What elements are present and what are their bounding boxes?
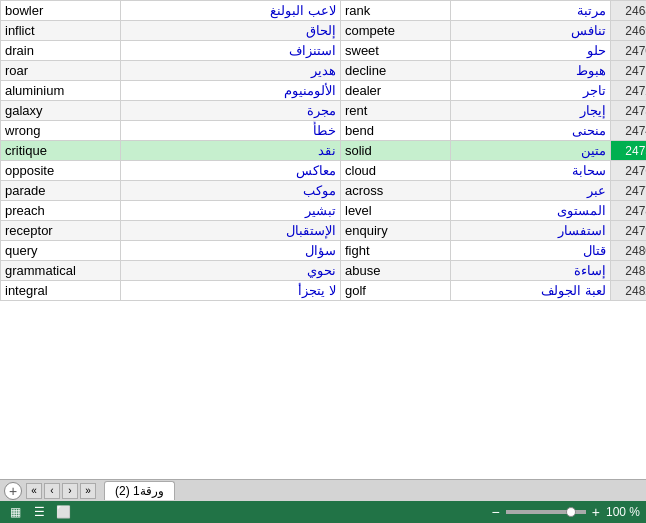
arabic-translation-2[interactable]: هبوط: [451, 61, 611, 81]
table-icon[interactable]: ☰: [30, 503, 48, 521]
english-word-2[interactable]: fight: [341, 241, 451, 261]
zoom-out-button[interactable]: −: [490, 504, 502, 520]
row-number: 2473: [611, 101, 647, 121]
add-sheet-button[interactable]: +: [4, 482, 22, 500]
zoom-slider-thumb[interactable]: [566, 507, 576, 517]
arabic-translation-2[interactable]: استفسار: [451, 221, 611, 241]
nav-left-arrow[interactable]: ‹: [44, 483, 60, 499]
english-word-2[interactable]: dealer: [341, 81, 451, 101]
table-row: oppositeمعاكسcloudسحابة2476: [1, 161, 647, 181]
arabic-translation[interactable]: هدير: [121, 61, 341, 81]
arabic-translation[interactable]: لاعب البولنغ: [121, 1, 341, 21]
table-row: galaxyمجرةrentإيجار2473: [1, 101, 647, 121]
english-word-2[interactable]: across: [341, 181, 451, 201]
arabic-translation[interactable]: تبشير: [121, 201, 341, 221]
english-word-2[interactable]: enquiry: [341, 221, 451, 241]
nav-left-left-arrow[interactable]: «: [26, 483, 42, 499]
english-word-2[interactable]: compete: [341, 21, 451, 41]
table-row: grammaticalنحويabuseإساءة2481: [1, 261, 647, 281]
arabic-translation[interactable]: سؤال: [121, 241, 341, 261]
table-row: bowlerلاعب البولنغrankمرتبة2468: [1, 1, 647, 21]
arabic-translation[interactable]: نحوي: [121, 261, 341, 281]
zoom-in-button[interactable]: +: [590, 504, 602, 520]
english-word-2[interactable]: sweet: [341, 41, 451, 61]
english-word-2[interactable]: cloud: [341, 161, 451, 181]
english-word-2[interactable]: bend: [341, 121, 451, 141]
english-word-2[interactable]: abuse: [341, 261, 451, 281]
nav-right-right-arrow[interactable]: »: [80, 483, 96, 499]
grid-icon[interactable]: ▦: [6, 503, 24, 521]
english-word-2[interactable]: golf: [341, 281, 451, 301]
row-number: 2481: [611, 261, 647, 281]
english-word-2[interactable]: level: [341, 201, 451, 221]
zoom-slider[interactable]: [506, 510, 586, 514]
arabic-translation[interactable]: موكب: [121, 181, 341, 201]
english-word[interactable]: integral: [1, 281, 121, 301]
table-row: paradeموكبacrossعبر2477: [1, 181, 647, 201]
row-number: 2478: [611, 201, 647, 221]
english-word[interactable]: receptor: [1, 221, 121, 241]
row-number: 2475: [611, 141, 647, 161]
sheet-nav-arrows: « ‹ › »: [26, 483, 96, 499]
row-number: 2477: [611, 181, 647, 201]
nav-right-arrow[interactable]: ›: [62, 483, 78, 499]
row-number: 2472: [611, 81, 647, 101]
arabic-translation-2[interactable]: قتال: [451, 241, 611, 261]
arabic-translation-2[interactable]: تنافس: [451, 21, 611, 41]
arabic-translation-2[interactable]: المستوى: [451, 201, 611, 221]
sheet-tab-bar: + « ‹ › » ورقة1 (2): [0, 479, 646, 501]
english-word[interactable]: aluminium: [1, 81, 121, 101]
table-row: roarهديرdeclineهبوط2471: [1, 61, 647, 81]
arabic-translation-2[interactable]: لعبة الجولف: [451, 281, 611, 301]
sheet-tab[interactable]: ورقة1 (2): [104, 481, 175, 500]
arabic-translation[interactable]: لا يتجزأ: [121, 281, 341, 301]
row-number: 2474: [611, 121, 647, 141]
english-word[interactable]: galaxy: [1, 101, 121, 121]
arabic-translation-2[interactable]: تاجر: [451, 81, 611, 101]
arabic-translation[interactable]: الإستقبال: [121, 221, 341, 241]
english-word-2[interactable]: rank: [341, 1, 451, 21]
arabic-translation-2[interactable]: حلو: [451, 41, 611, 61]
arabic-translation-2[interactable]: منحنى: [451, 121, 611, 141]
english-word[interactable]: preach: [1, 201, 121, 221]
table-row: receptorالإستقبالenquiryاستفسار2479: [1, 221, 647, 241]
english-word[interactable]: parade: [1, 181, 121, 201]
arabic-translation-2[interactable]: مرتبة: [451, 1, 611, 21]
arabic-translation[interactable]: إلحاق: [121, 21, 341, 41]
spreadsheet-table: bowlerلاعب البولنغrankمرتبة2468inflictإل…: [0, 0, 646, 479]
arabic-translation[interactable]: الألومنيوم: [121, 81, 341, 101]
zoom-label: 100 %: [606, 505, 640, 519]
arabic-translation[interactable]: خطأً: [121, 121, 341, 141]
arabic-translation[interactable]: مجرة: [121, 101, 341, 121]
arabic-translation[interactable]: معاكس: [121, 161, 341, 181]
english-word[interactable]: opposite: [1, 161, 121, 181]
english-word[interactable]: query: [1, 241, 121, 261]
english-word-2[interactable]: solid: [341, 141, 451, 161]
table-row: wrongخطأًbendمنحنى2474: [1, 121, 647, 141]
english-word-2[interactable]: rent: [341, 101, 451, 121]
english-word[interactable]: bowler: [1, 1, 121, 21]
table-row: queryسؤالfightقتال2480: [1, 241, 647, 261]
table-row: drainاستنزافsweetحلو2470: [1, 41, 647, 61]
arabic-translation-2[interactable]: إيجار: [451, 101, 611, 121]
page-icon[interactable]: ⬜: [54, 503, 72, 521]
english-word[interactable]: grammatical: [1, 261, 121, 281]
arabic-translation-2[interactable]: عبر: [451, 181, 611, 201]
arabic-translation-2[interactable]: سحابة: [451, 161, 611, 181]
table-row: aluminiumالألومنيومdealerتاجر2472: [1, 81, 647, 101]
english-word[interactable]: critique: [1, 141, 121, 161]
english-word[interactable]: drain: [1, 41, 121, 61]
zoom-bar: − + 100 %: [490, 504, 640, 520]
row-number: 2471: [611, 61, 647, 81]
table-row: critiqueنقدsolidمتين2475: [1, 141, 647, 161]
status-bar: ▦ ☰ ⬜ − + 100 %: [0, 501, 646, 523]
english-word[interactable]: roar: [1, 61, 121, 81]
english-word[interactable]: wrong: [1, 121, 121, 141]
row-number: 2469: [611, 21, 647, 41]
arabic-translation-2[interactable]: إساءة: [451, 261, 611, 281]
english-word[interactable]: inflict: [1, 21, 121, 41]
arabic-translation[interactable]: نقد: [121, 141, 341, 161]
arabic-translation-2[interactable]: متين: [451, 141, 611, 161]
arabic-translation[interactable]: استنزاف: [121, 41, 341, 61]
english-word-2[interactable]: decline: [341, 61, 451, 81]
